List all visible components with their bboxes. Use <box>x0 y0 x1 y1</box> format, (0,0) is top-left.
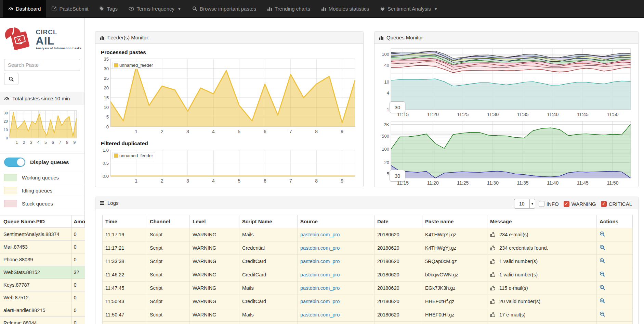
svg-text:2: 2 <box>161 178 163 184</box>
gauge-icon <box>8 6 13 11</box>
svg-text:10: 10 <box>384 79 389 85</box>
log-message: 234 e-mail(s) <box>487 228 597 241</box>
search-button[interactable] <box>4 73 18 85</box>
search-icon <box>192 6 197 11</box>
show-paste-button[interactable] <box>600 231 605 238</box>
log-date: 20180620 <box>374 295 422 308</box>
nav-item-modules-statistics[interactable]: Modules statistics <box>316 0 374 17</box>
queue-row[interactable]: Mail.874530 <box>0 241 85 253</box>
queue-row[interactable]: Release.880440 <box>0 317 85 324</box>
svg-text:20: 20 <box>384 160 389 165</box>
show-paste-button[interactable] <box>600 245 605 251</box>
queue-table-header-amount: Amount <box>71 215 85 228</box>
svg-text:0.0: 0.0 <box>103 174 109 179</box>
nav-item-label: Modules statistics <box>329 6 369 12</box>
log-date: 20180620 <box>374 241 422 255</box>
log-source: pastebin.com_pro <box>298 268 374 282</box>
logs-header-script-name: Script Name <box>239 215 298 228</box>
svg-text:35: 35 <box>104 57 109 62</box>
log-actions <box>597 322 633 324</box>
svg-text:11:50: 11:50 <box>607 112 618 117</box>
nav-item-sentiment-analysis[interactable]: Sentiment Analysis▼ <box>374 0 443 17</box>
magnifier-plus-icon <box>600 311 605 317</box>
log-paste-name: K4THWgYj.gz <box>422 228 487 241</box>
log-message: 1 valid number(s) <box>487 268 597 282</box>
source-link[interactable]: pastebin.com_pro <box>300 259 340 264</box>
queue-row[interactable]: SentimentAnalysis.883740 <box>0 228 85 241</box>
queues-top-badge[interactable]: 30 <box>390 101 405 113</box>
log-message: 234 credentials found. <box>487 241 597 255</box>
search-paste-input[interactable] <box>4 59 80 71</box>
queues-bottom-badge[interactable]: 30 <box>390 170 405 182</box>
nav-item-terms-frequency[interactable]: Terms frequency▼ <box>123 0 187 17</box>
svg-text:11:40: 11:40 <box>547 180 558 186</box>
source-link[interactable]: pastebin.com_pro <box>300 299 340 304</box>
filter-checkbox-info[interactable] <box>539 201 544 207</box>
log-date: 20180620 <box>374 268 422 282</box>
log-source: pastebin.com_pro <box>298 255 374 268</box>
log-script: CreditCard <box>239 255 298 268</box>
toggle-knob <box>17 158 25 166</box>
nav-item-trending-charts[interactable]: Trending charts <box>262 0 316 17</box>
filter-checkbox-critical[interactable]: ✓ <box>601 201 607 207</box>
show-paste-button[interactable] <box>600 271 605 278</box>
queue-amount: 0 <box>71 241 85 253</box>
filtered-duplicated-chart: unnamed_feeder 0.00.51.0123456789 <box>100 148 358 186</box>
log-row: 11:50:43ScriptWARNINGCreditCardpastebin.… <box>103 295 633 308</box>
source-link[interactable]: pastebin.com_pro <box>300 245 340 251</box>
svg-text:11:30: 11:30 <box>487 112 499 117</box>
filter-checkbox-warning[interactable]: ✓ <box>564 201 569 207</box>
top-navbar: DashboardPasteSubmitTagsTerms frequency▼… <box>0 0 644 18</box>
nav-item-browse-important-pastes[interactable]: Browse important pastes <box>187 0 262 17</box>
log-row: 11:17:21ScriptWARNINGCredentialpastebin.… <box>103 241 633 255</box>
nav-item-dashboard[interactable]: Dashboard <box>3 0 46 17</box>
log-date: 20180620 <box>374 228 422 241</box>
log-time: 11:46:22 <box>103 268 147 282</box>
log-channel: Script <box>147 282 190 295</box>
log-level: WARNING <box>190 322 239 324</box>
gauge-icon <box>4 96 10 101</box>
log-source: pastebin.com_pro <box>298 322 374 324</box>
queue-row[interactable]: Phone.880390 <box>0 253 85 266</box>
legend-swatch <box>4 174 17 181</box>
log-level: WARNING <box>190 241 239 255</box>
log-source: pastebin.com_pro <box>298 241 374 255</box>
page-size-value: 10 <box>514 201 529 207</box>
processed-pastes-chart: unnamed_feeder 05101520253035123456789 <box>100 57 358 136</box>
nav-item-tags[interactable]: Tags <box>94 0 123 17</box>
log-channel: Script <box>147 308 190 322</box>
queue-name: WebStats.88152 <box>0 266 71 279</box>
show-paste-button[interactable] <box>600 298 605 305</box>
nav-item-pastesubmit[interactable]: PasteSubmit <box>46 0 94 17</box>
source-link[interactable]: pastebin.com_pro <box>300 232 340 237</box>
queue-row[interactable]: alertHandler.882150 <box>0 304 85 317</box>
queue-row[interactable]: Keys.877870 <box>0 279 85 291</box>
source-link[interactable]: pastebin.com_pro <box>300 312 340 317</box>
svg-text:8: 8 <box>315 129 318 134</box>
log-message: 20 valid number(s) <box>487 295 597 308</box>
svg-text:3: 3 <box>186 178 189 184</box>
source-link[interactable]: pastebin.com_pro <box>300 272 340 277</box>
queue-name: Keys.87787 <box>0 279 71 291</box>
display-queues-row: Display queues <box>0 153 84 171</box>
svg-text:2K: 2K <box>384 122 389 127</box>
log-level: WARNING <box>190 308 239 322</box>
queue-row[interactable]: WebStats.8815232 <box>0 266 85 279</box>
show-paste-button[interactable] <box>600 285 605 291</box>
total-pastes-sparkline: 0102030123456789 <box>1 108 83 146</box>
show-paste-button[interactable] <box>600 258 605 265</box>
filter-label-critical: CRITICAL <box>609 201 632 207</box>
page-size-select[interactable]: 10 ▼ <box>514 199 535 209</box>
show-paste-button[interactable] <box>600 311 605 318</box>
log-message: 115 e-mail(s) <box>487 282 597 295</box>
processed-pastes-title: Processed pastes <box>101 49 358 55</box>
svg-text:100: 100 <box>382 52 389 57</box>
log-source: pastebin.com_pro <box>298 282 374 295</box>
logs-header-date: Date <box>374 215 422 228</box>
svg-text:5: 5 <box>238 129 240 134</box>
display-queues-toggle[interactable] <box>4 158 25 167</box>
log-level-filters: INFO✓WARNING✓CRITICAL <box>539 201 635 207</box>
queue-amount: 32 <box>71 266 85 279</box>
queue-row[interactable]: Web.875120 <box>0 291 85 304</box>
source-link[interactable]: pastebin.com_pro <box>300 285 340 291</box>
